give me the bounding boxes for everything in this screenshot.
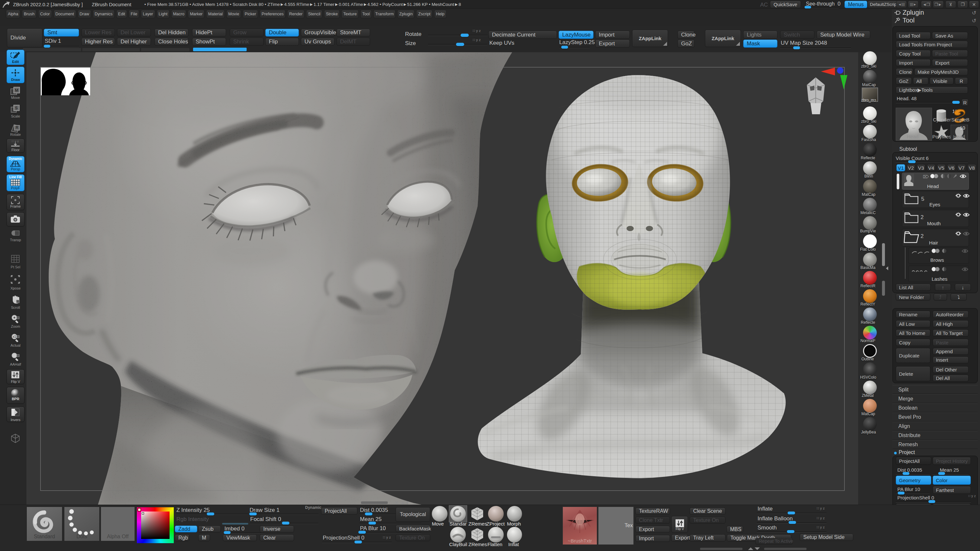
svg-text:R: R: [16, 125, 19, 130]
svg-text:Flip V: Flip V: [676, 527, 684, 530]
svg-text:x1: x1: [13, 335, 16, 338]
svg-text:S: S: [15, 106, 18, 110]
svg-text:M: M: [15, 88, 19, 93]
